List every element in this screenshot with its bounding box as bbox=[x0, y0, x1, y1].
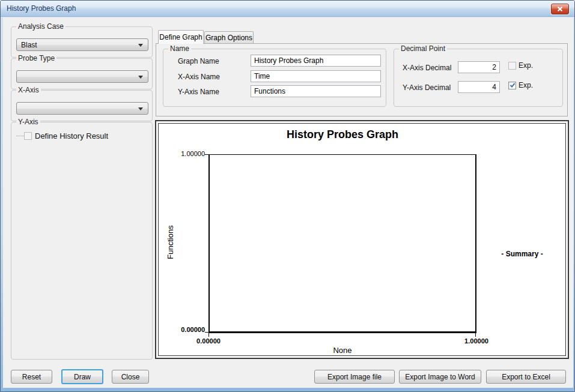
tree-item-define-history-result[interactable]: Define History Result bbox=[16, 131, 108, 140]
analysis-case-group: Analysis Case Blast bbox=[11, 26, 153, 58]
y-axis-exp-label: Exp. bbox=[519, 81, 533, 89]
plot-area bbox=[208, 154, 476, 333]
close-dialog-button[interactable]: Close bbox=[112, 370, 149, 384]
x-axis-select[interactable] bbox=[16, 102, 148, 115]
summary-annotation: - Summary - bbox=[492, 250, 552, 258]
analysis-case-value: Blast bbox=[21, 41, 37, 49]
tab-graph-options[interactable]: Graph Options bbox=[204, 31, 254, 44]
x-axis-exp-label: Exp. bbox=[519, 61, 533, 70]
title-bar[interactable]: History Probes Graph bbox=[1, 1, 574, 17]
tab-define-graph[interactable]: Define Graph bbox=[158, 30, 204, 44]
export-to-excel-button[interactable]: Export to Excel bbox=[486, 370, 566, 384]
graph-canvas: History Probes Graph 1.00000 0.00000 0.0… bbox=[155, 120, 569, 359]
tree-item-label: Define History Result bbox=[35, 131, 108, 140]
tree-connector bbox=[16, 136, 24, 136]
export-image-file-button[interactable]: Export Image file bbox=[314, 370, 395, 384]
probe-type-group-label: Probe Type bbox=[16, 54, 56, 62]
y-tick-min: 0.00000 bbox=[156, 326, 205, 333]
y-axis-tick-bottom bbox=[205, 332, 208, 333]
y-axis-tick-top bbox=[205, 154, 208, 155]
probe-type-select[interactable] bbox=[16, 70, 148, 83]
y-tick-max: 1.00000 bbox=[156, 150, 205, 157]
x-axis-tick-left bbox=[208, 333, 209, 337]
graph-name-label: Graph Name bbox=[178, 57, 219, 65]
x-axis-decimal-label: X-Axis Decimal bbox=[403, 64, 451, 72]
x-axis-name-label: X-Axis Name bbox=[178, 73, 220, 81]
y-axis-title: Functions bbox=[166, 213, 175, 273]
x-tick-max: 1.00000 bbox=[452, 337, 500, 345]
close-button[interactable] bbox=[551, 4, 569, 14]
tab-graph-options-label: Graph Options bbox=[205, 34, 252, 42]
x-axis-decimal-input[interactable] bbox=[458, 61, 500, 73]
x-axis-group: X-Axis bbox=[11, 90, 153, 121]
name-group-label: Name bbox=[168, 44, 191, 53]
decimal-point-group-label: Decimal Point bbox=[399, 44, 447, 53]
export-image-to-word-button[interactable]: Export Image to Word bbox=[399, 370, 481, 384]
chevron-down-icon bbox=[138, 76, 143, 79]
graph-name-input[interactable] bbox=[251, 55, 381, 67]
chart-title: History Probes Graph bbox=[208, 128, 476, 141]
decimal-point-group: Decimal Point X-Axis Decimal Exp. Y-Axis… bbox=[394, 49, 563, 107]
x-axis-tick-right bbox=[475, 333, 476, 337]
close-icon bbox=[557, 6, 563, 12]
x-axis-exp-checkbox[interactable] bbox=[508, 62, 516, 70]
y-axis-decimal-input[interactable] bbox=[458, 81, 500, 93]
y-axis-name-label: Y-Axis Name bbox=[178, 88, 219, 96]
x-axis-title: None bbox=[306, 346, 379, 355]
name-group: Name Graph Name X-Axis Name Y-Axis Name bbox=[163, 49, 386, 107]
define-history-result-checkbox[interactable] bbox=[24, 132, 32, 140]
y-axis-group: Y-Axis Define History Result bbox=[11, 122, 153, 360]
x-tick-min: 0.00000 bbox=[184, 337, 233, 345]
analysis-case-select[interactable]: Blast bbox=[16, 38, 148, 51]
probe-type-group: Probe Type bbox=[11, 58, 153, 89]
analysis-case-group-label: Analysis Case bbox=[16, 22, 65, 31]
y-axis-exp-checkbox[interactable] bbox=[508, 82, 516, 89]
dialog-window: History Probes Graph Analysis Case Blast… bbox=[0, 0, 575, 392]
chevron-down-icon bbox=[138, 107, 143, 110]
chevron-down-icon bbox=[138, 44, 143, 47]
draw-button[interactable]: Draw bbox=[61, 369, 103, 384]
reset-button[interactable]: Reset bbox=[11, 370, 52, 384]
y-axis-decimal-label: Y-Axis Decimal bbox=[403, 83, 451, 92]
y-axis-group-label: Y-Axis bbox=[16, 118, 40, 126]
x-axis-name-input[interactable] bbox=[251, 70, 381, 82]
x-axis-group-label: X-Axis bbox=[16, 86, 41, 94]
y-axis-exp-field[interactable]: Exp. bbox=[508, 81, 533, 89]
tab-define-graph-label: Define Graph bbox=[159, 33, 202, 41]
x-axis-exp-field[interactable]: Exp. bbox=[508, 61, 533, 70]
window-title: History Probes Graph bbox=[7, 4, 76, 13]
y-axis-name-input[interactable] bbox=[251, 85, 381, 97]
